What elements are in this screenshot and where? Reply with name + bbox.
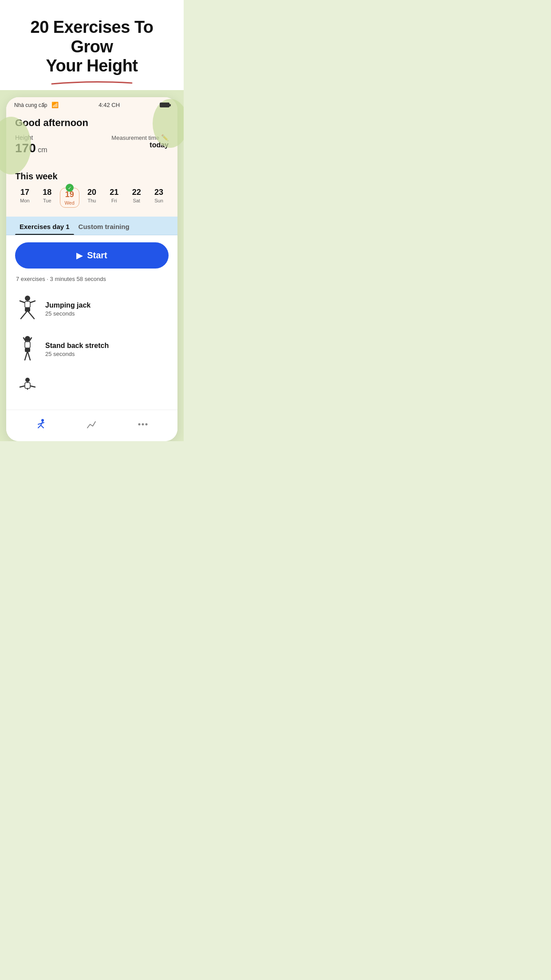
day-item-wed[interactable]: ✓ 19 Wed bbox=[60, 188, 79, 208]
start-button[interactable]: ▶ Start bbox=[15, 242, 169, 269]
exercise-name-jumping-jack: Jumping jack bbox=[45, 301, 91, 309]
exercise-figure-partial bbox=[16, 374, 39, 405]
nav-chart-icon[interactable] bbox=[79, 416, 105, 435]
status-bar: Nhà cung cấp 📶 4:42 CH bbox=[6, 97, 177, 111]
start-button-wrap: ▶ Start bbox=[6, 235, 177, 273]
battery-icon bbox=[160, 103, 169, 107]
svg-line-23 bbox=[38, 425, 41, 428]
exercise-duration-stand-back: 25 seconds bbox=[45, 351, 109, 357]
greeting-text: Good afternoon bbox=[15, 117, 169, 129]
week-title: This week bbox=[15, 171, 169, 182]
day-item-mon[interactable]: 17 Mon bbox=[15, 188, 35, 208]
status-carrier: Nhà cung cấp 📶 bbox=[14, 102, 59, 108]
svg-line-4 bbox=[21, 311, 28, 319]
svg-rect-7 bbox=[25, 308, 30, 312]
svg-point-29 bbox=[146, 423, 148, 426]
exercise-duration-jumping-jack: 25 seconds bbox=[45, 310, 91, 317]
phone-card: Nhà cung cấp 📶 4:42 CH Good afternoon He… bbox=[6, 97, 177, 441]
height-unit: cm bbox=[38, 146, 47, 154]
svg-rect-15 bbox=[25, 348, 30, 352]
hero-section: 20 Exercises To Grow Your Height bbox=[0, 0, 184, 90]
day-item-sun[interactable]: 23 Sun bbox=[149, 188, 169, 208]
app-container: 20 Exercises To Grow Your Height Nhà cun… bbox=[0, 0, 184, 441]
tabs-bar: Exercises day 1 Custom training bbox=[6, 217, 177, 235]
status-right bbox=[160, 103, 169, 107]
exercise-item-jumping-jack[interactable]: Jumping jack 25 seconds bbox=[13, 288, 170, 329]
exercise-figure-stand-back bbox=[16, 334, 39, 365]
exercise-info-stand-back: Stand back stretch 25 seconds bbox=[45, 342, 109, 357]
exercise-info-jumping-jack: Jumping jack 25 seconds bbox=[45, 301, 91, 317]
stats-row: Height 170 cm Measurement time ✏️ today bbox=[15, 134, 169, 155]
day-item-sat[interactable]: 22 Sat bbox=[127, 188, 146, 208]
exercise-meta: 7 exercises · 3 minutes 58 seconds bbox=[6, 273, 177, 288]
svg-point-0 bbox=[25, 296, 30, 301]
week-days: 17 Mon 18 Tue ✓ 19 Wed 20 Thu bbox=[15, 188, 169, 208]
tab-custom-training[interactable]: Custom training bbox=[74, 217, 134, 235]
week-section: This week 17 Mon 18 Tue ✓ 19 Wed bbox=[6, 164, 177, 217]
day-item-fri[interactable]: 21 Fri bbox=[104, 188, 124, 208]
exercise-item-partial[interactable] bbox=[13, 369, 170, 410]
svg-rect-14 bbox=[25, 342, 30, 348]
green-background: Nhà cung cấp 📶 4:42 CH Good afternoon He… bbox=[0, 90, 184, 441]
exercise-list: Jumping jack 25 seconds bbox=[6, 288, 177, 410]
svg-rect-20 bbox=[25, 383, 30, 388]
wifi-icon: 📶 bbox=[51, 102, 59, 108]
svg-rect-6 bbox=[25, 301, 30, 308]
bottom-nav bbox=[6, 410, 177, 441]
greeting-section: Good afternoon Height 170 cm Measurement… bbox=[6, 111, 177, 164]
exercise-figure-jumping-jack bbox=[16, 293, 39, 324]
nav-more-icon[interactable] bbox=[130, 416, 156, 435]
svg-line-5 bbox=[28, 311, 34, 319]
svg-point-16 bbox=[25, 378, 30, 382]
svg-line-13 bbox=[28, 351, 30, 360]
hero-title: 20 Exercises To Grow Your Height bbox=[13, 18, 170, 76]
tab-exercises-day1[interactable]: Exercises day 1 bbox=[15, 217, 74, 235]
hero-underline bbox=[47, 79, 136, 81]
svg-point-28 bbox=[142, 423, 144, 426]
exercise-item-stand-back[interactable]: Stand back stretch 25 seconds bbox=[13, 329, 170, 369]
svg-point-27 bbox=[138, 423, 141, 426]
day-item-tue[interactable]: 18 Tue bbox=[37, 188, 57, 208]
svg-line-25 bbox=[38, 423, 41, 424]
exercise-name-stand-back: Stand back stretch bbox=[45, 342, 109, 350]
play-icon: ▶ bbox=[76, 251, 83, 261]
day-item-thu[interactable]: 20 Thu bbox=[82, 188, 102, 208]
svg-line-12 bbox=[25, 351, 28, 360]
svg-line-24 bbox=[41, 425, 43, 428]
check-badge: ✓ bbox=[66, 184, 74, 192]
status-time: 4:42 CH bbox=[98, 102, 120, 108]
nav-run-icon[interactable] bbox=[28, 416, 54, 435]
